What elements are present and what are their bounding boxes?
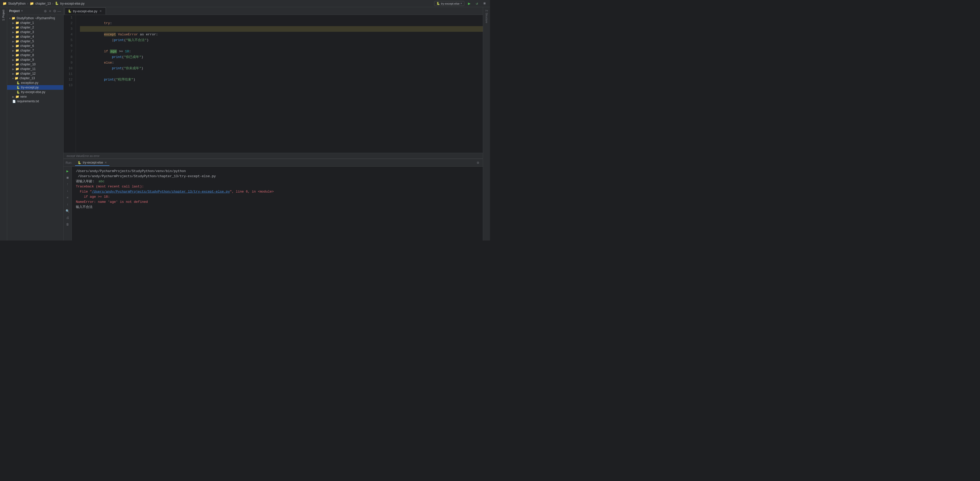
run-stop-sidebar-button[interactable]: ⏹ (65, 175, 70, 180)
run-panel-actions: ⚙ (475, 160, 481, 166)
chapter12-label: chapter_12 (20, 72, 36, 75)
run-output-line-5: File "/Users/andy/PycharmProjects/StudyP… (76, 189, 479, 194)
rerun-icon: ↺ (476, 1, 478, 6)
editor-tab-try-except-else[interactable]: 🐍 try-except-else.py ✕ (65, 8, 106, 14)
rerun-button[interactable]: ↺ (474, 1, 480, 6)
sidebar-item-chapter4[interactable]: ▶ 📁 chapter_4 (7, 34, 63, 39)
delete-icon: 🗑 (66, 223, 69, 226)
run-play-button[interactable]: ▶ (466, 1, 472, 6)
code-editor[interactable]: 1 2 3 4 5 6 7 8 9 10 11 12 13 (64, 15, 483, 158)
stop-icon: ⏹ (483, 2, 486, 5)
wrap-icon: ≡ (67, 196, 68, 199)
run-tab[interactable]: 🐍 try-except-else ✕ (75, 160, 110, 166)
sidebar-item-chapter2[interactable]: ▶ 📁 chapter_2 (7, 25, 63, 30)
sidebar-item-chapter8[interactable]: ▶ 📁 chapter_8 (7, 53, 63, 57)
print-icon: 🖨 (66, 216, 69, 220)
chapter7-chevron-icon: ▶ (12, 49, 14, 52)
play-icon: ▶ (468, 1, 471, 6)
run-output-line-3: 请输入年龄: abc (76, 179, 479, 184)
run-output-line-4: Traceback (most recent call last): (76, 184, 479, 189)
run-print-button[interactable]: 🖨 (65, 215, 70, 220)
sidebar-item-chapter13[interactable]: ▾ 📁 chapter_13 (7, 76, 63, 81)
sidebar-item-chapter10[interactable]: ▶ 📁 chapter_10 (7, 62, 63, 67)
code-line-1: try: (80, 15, 483, 21)
breadcrumb-studypython[interactable]: StudyPython (8, 2, 25, 5)
sidebar-item-venv[interactable]: ▶ 📁 venv (7, 94, 63, 99)
sidebar-item-chapter5[interactable]: ▶ 📁 chapter_5 (7, 39, 63, 44)
code-line-4: |print("输入不合法") (80, 32, 483, 37)
sidebar-item-exception-py[interactable]: 🐍 exception.py (7, 81, 63, 85)
chapter3-chevron-icon: ▶ (12, 31, 14, 33)
try-except-py-label: try-except.py (21, 86, 39, 89)
project-panel-header: Project ▾ ⊕ ≡ ⚙ — (7, 7, 63, 15)
tab-close-button[interactable]: ✕ (99, 10, 102, 13)
exception-py-label: exception.py (21, 81, 38, 84)
chapter8-label: chapter_8 (20, 53, 34, 57)
run-config-chevron-icon: ▾ (461, 2, 462, 5)
project-close-icon[interactable]: — (57, 9, 61, 13)
code-line-9: print("你未成年") (80, 60, 483, 65)
sidebar-item-chapter7[interactable]: ▶ 📁 chapter_7 (7, 48, 63, 53)
sidebar-item-chapter1[interactable]: ▶ 📁 chapter_1 (7, 21, 63, 25)
chapter10-label: chapter_10 (20, 62, 36, 66)
run-search-button[interactable]: 🔍 (65, 208, 70, 214)
run-output-line-6: if age >= 18: (76, 194, 479, 199)
code-lines[interactable]: try: ! age = int(input("请输入年龄: ")) excep… (76, 15, 483, 153)
sidebar-item-chapter12[interactable]: ▶ 📁 chapter_12 (7, 71, 63, 76)
try-except-else-py-icon: 🐍 (16, 91, 20, 94)
studypython-folder-icon: 📁 (3, 2, 7, 5)
run-play-sidebar-icon: ▶ (66, 169, 68, 173)
venv-label: venv (20, 95, 27, 99)
project-dropdown-icon[interactable]: ▾ (21, 9, 23, 13)
stop-button[interactable]: ⏹ (482, 1, 487, 6)
run-play-sidebar-button[interactable]: ▶ (65, 168, 70, 174)
sidebar-item-structure[interactable]: Z: Structure (484, 8, 489, 25)
chapter11-folder-icon: 📁 (15, 67, 19, 71)
sidebar-item-try-except-else-py[interactable]: 🐍 try-except-else.py (7, 90, 63, 94)
sidebar-item-requirements-txt[interactable]: 📄 requirements.txt (7, 99, 63, 104)
project-collapse-icon[interactable]: ≡ (48, 9, 52, 13)
sidebar-item-chapter3[interactable]: ▶ 📁 chapter_3 (7, 30, 63, 34)
code-line-6: if age >= 18: (80, 43, 483, 49)
run-sidebar: ▶ ⏹ ↑ ↓ ≡ ⫶ (64, 167, 72, 240)
chapter4-chevron-icon: ▶ (12, 35, 14, 38)
run-delete-button[interactable]: 🗑 (65, 221, 70, 227)
chapter1-chevron-icon: ▶ (12, 22, 14, 24)
project-locate-icon[interactable]: ⊕ (43, 9, 48, 13)
chapter10-folder-icon: 📁 (15, 62, 19, 66)
code-line-5 (80, 37, 483, 43)
sidebar-item-chapter9[interactable]: ▶ 📁 chapter_9 (7, 57, 63, 62)
tab-label: try-except-else.py (73, 10, 97, 13)
run-tab-close-icon[interactable]: ✕ (105, 161, 107, 164)
sidebar-item-chapter11[interactable]: ▶ 📁 chapter_11 (7, 67, 63, 71)
run-scroll-down-button[interactable]: ↓ (65, 188, 70, 194)
sidebar-item-chapter6[interactable]: ▶ 📁 chapter_6 (7, 44, 63, 48)
sidebar-item-try-except-py[interactable]: 🐍 try-except.py (7, 85, 63, 90)
chapter2-label: chapter_2 (20, 25, 34, 29)
requirements-file-icon: 📄 (12, 100, 16, 103)
exception-py-icon: 🐍 (16, 81, 20, 84)
run-scroll-up-button[interactable]: ↑ (65, 182, 70, 187)
run-wrap-button[interactable]: ≡ (65, 195, 70, 201)
chapter12-chevron-icon: ▶ (12, 72, 14, 75)
run-panel-settings-button[interactable]: ⚙ (475, 160, 481, 166)
chapter5-label: chapter_5 (20, 40, 34, 43)
tree-root[interactable]: ▾ 📁 StudyPython ~/PycharmProj (7, 16, 63, 21)
right-sidebar-strip: Z: Structure (483, 7, 490, 240)
run-output-file-link[interactable]: /Users/andy/PycharmProjects/StudyPython/… (92, 190, 230, 194)
project-header-actions: ⊕ ≡ ⚙ — (43, 9, 61, 13)
chapter1-folder-icon: 📁 (15, 21, 19, 25)
settings-gear-icon: ⚙ (477, 161, 479, 165)
project-settings-icon[interactable]: ⚙ (52, 9, 57, 13)
run-config-selector[interactable]: 🐍 try-except-else ▾ (434, 1, 465, 6)
run-panel: Run: 🐍 try-except-else ✕ ⚙ ▶ (64, 158, 483, 240)
run-filter-button[interactable]: ⫶ (65, 202, 70, 207)
breadcrumb-chapter13[interactable]: chapter_13 (35, 2, 51, 5)
tab-py-icon: 🐍 (68, 10, 72, 13)
root-label: StudyPython ~/PycharmProj (16, 16, 55, 20)
chapter3-folder-icon: 📁 (15, 30, 19, 34)
breadcrumb-file[interactable]: try-except-else.py (60, 2, 84, 5)
chapter1-label: chapter_1 (20, 21, 34, 25)
chapter6-folder-icon: 📁 (15, 44, 19, 48)
sidebar-item-project[interactable]: 1: Project (1, 8, 6, 22)
